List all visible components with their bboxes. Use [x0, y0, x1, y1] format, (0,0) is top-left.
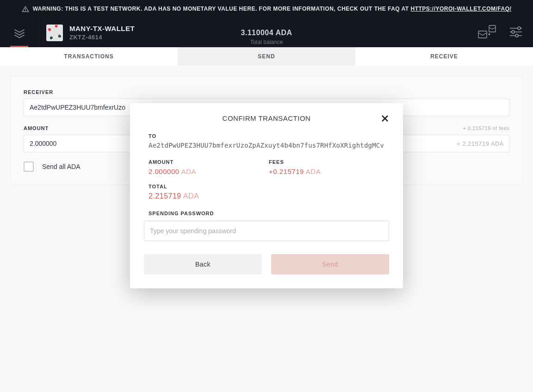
svg-point-9: [515, 34, 518, 37]
balance-block: 3.110004 ADA Total balance: [241, 29, 292, 45]
modal-fees-label: FEES: [269, 159, 389, 165]
svg-rect-3: [478, 31, 487, 38]
spending-password-label: SPENDING PASSWORD: [149, 211, 389, 216]
send-all-checkbox[interactable]: [24, 162, 34, 172]
settings-icon[interactable]: [509, 26, 523, 40]
warning-icon: [22, 6, 29, 13]
amount-equals-hint: = 2.215719 ADA: [457, 140, 504, 147]
wallet-info: MANY-TX-WALLET ZKTZ-4614: [39, 25, 135, 41]
modal-total-value: 2.215719ADA: [149, 192, 389, 200]
modal-amount-label: AMOUNT: [149, 159, 269, 165]
modal-to-address: Ae2tdPwUPEZ3HUU7bmfexrUzoZpAZxuyt4b4bn7f…: [149, 142, 389, 149]
total-balance-value: 3.110004 ADA: [241, 29, 292, 37]
send-all-label: Send all ADA: [42, 163, 81, 170]
svg-point-1: [25, 11, 25, 11]
modal-fees-value: +0.215719ADA: [269, 168, 389, 175]
tab-transactions[interactable]: TRANSACTIONS: [0, 47, 178, 66]
modal-close-button[interactable]: [379, 112, 391, 126]
app-header: MANY-TX-WALLET ZKTZ-4614 3.110004 ADA To…: [0, 18, 533, 47]
warning-faq-link[interactable]: HTTPS://YOROI-WALLET.COM/FAQ/: [411, 6, 512, 12]
wallet-tabs: TRANSACTIONS SEND RECEIVE: [0, 47, 533, 66]
receiver-label: RECEIVER: [24, 89, 509, 95]
tab-receive[interactable]: RECEIVE: [355, 47, 533, 66]
svg-rect-2: [489, 25, 496, 32]
modal-title: CONFIRM TRANSACTION: [144, 114, 389, 122]
modal-total-label: TOTAL: [149, 184, 389, 189]
testnet-warning-bar: WARNING: THIS IS A TEST NETWORK. ADA HAS…: [0, 0, 533, 18]
svg-point-5: [518, 27, 521, 30]
warning-text: WARNING: THIS IS A TEST NETWORK. ADA HAS…: [33, 5, 512, 13]
spending-password-input[interactable]: [144, 221, 389, 241]
fees-hint: + 0.215719 of fees: [463, 125, 509, 131]
wallet-plate-id: ZKTZ-4614: [69, 34, 135, 41]
total-balance-label: Total balance: [241, 39, 292, 45]
app-logo[interactable]: [0, 18, 39, 47]
tab-send[interactable]: SEND: [178, 47, 355, 66]
send-button[interactable]: Send: [271, 254, 389, 274]
wallet-avatar-icon: [46, 25, 63, 41]
svg-point-7: [512, 31, 514, 33]
modal-amount-value: 2.000000ADA: [149, 168, 269, 175]
back-button[interactable]: Back: [144, 254, 262, 274]
wallets-icon[interactable]: [477, 25, 497, 41]
wallet-name: MANY-TX-WALLET: [69, 25, 135, 32]
modal-to-label: TO: [149, 133, 389, 139]
confirm-transaction-modal: CONFIRM TRANSACTION TO Ae2tdPwUPEZ3HUU7b…: [130, 103, 403, 288]
